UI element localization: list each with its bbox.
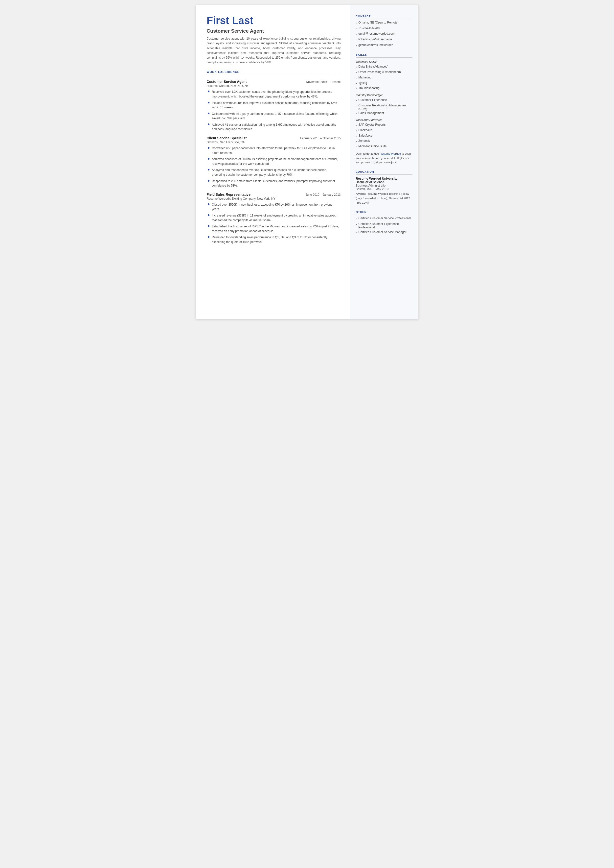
list-item: Omaha, NE (Open to Remote) bbox=[356, 21, 412, 25]
list-item: +1-234-456-789 bbox=[356, 26, 412, 31]
job-bullets-3: Closed over $500K in new business, excee… bbox=[207, 202, 341, 244]
job-header-2: Client Service Specialist February 2013 … bbox=[207, 136, 341, 140]
job-dates-2: February 2013 – October 2015 bbox=[300, 137, 341, 140]
bullet-icon bbox=[208, 147, 209, 149]
list-item: Blackbaud bbox=[356, 129, 412, 133]
list-item: Increased revenue ($73K) in 11 weeks of … bbox=[208, 213, 341, 222]
list-item: Zendesk bbox=[356, 139, 412, 144]
work-experience-section: WORK EXPERIENCE Customer Service Agent N… bbox=[207, 70, 341, 244]
list-item: Salesforce bbox=[356, 134, 412, 138]
list-item: Troubleshooting bbox=[356, 86, 412, 91]
list-item: Customer Experience bbox=[356, 98, 412, 103]
edu-location-date: Boston, MA — May 2010 bbox=[356, 187, 412, 191]
list-item: Microsoft Office Suite bbox=[356, 144, 412, 149]
list-item: Achieved #1 customer satisfaction rating… bbox=[208, 123, 341, 132]
list-item: Order Processing (Experienced) bbox=[356, 70, 412, 75]
job-dates-3: June 2010 – January 2013 bbox=[305, 193, 341, 196]
industry-knowledge-label: Industry Knowledge: bbox=[356, 93, 412, 97]
technical-skills-list: Data Entry (Advanced) Order Processing (… bbox=[356, 65, 412, 91]
job-header-1: Customer Service Agent November 2015 – P… bbox=[207, 80, 341, 84]
list-item: Certified Customer Service Professional. bbox=[356, 216, 412, 221]
candidate-job-title: Customer Service Agent bbox=[207, 28, 341, 34]
other-list: Certified Customer Service Professional.… bbox=[356, 216, 412, 235]
education-section: EDUCATION Resume Worded University Bache… bbox=[356, 170, 412, 205]
bullet-icon bbox=[208, 113, 209, 114]
list-item: Responded to 250 emails from clients, cu… bbox=[208, 179, 341, 188]
list-item: Analyzed and responded to over 800 custo… bbox=[208, 168, 341, 177]
job-title-3: Field Sales Representative bbox=[207, 193, 251, 196]
list-item: Closed over $500K in new business, excee… bbox=[208, 202, 341, 211]
list-item: Converted 650 paper documents into elect… bbox=[208, 146, 341, 155]
bullet-icon bbox=[208, 169, 209, 171]
bullet-icon bbox=[208, 214, 209, 216]
list-item: Achieved deadlines of 300 hours assistin… bbox=[208, 157, 341, 166]
edu-degree: Bachelor of Science bbox=[356, 180, 412, 184]
list-item: Certified Customer Experience Profession… bbox=[356, 222, 412, 229]
right-column: CONTACT Omaha, NE (Open to Remote) +1-23… bbox=[350, 5, 419, 319]
edu-institution: Resume Worded University bbox=[356, 177, 412, 180]
job-bullets-1: Resolved over 1.3K customer issues over … bbox=[207, 90, 341, 132]
list-item: Typing bbox=[356, 81, 412, 86]
list-item: Certified Customer Service Manager. bbox=[356, 230, 412, 235]
list-item: Initiated new measures that improved cus… bbox=[208, 101, 341, 110]
list-item: email@resumeworded.com bbox=[356, 32, 412, 37]
tools-list: SAP Crystal Reports Blackbaud Salesforce… bbox=[356, 123, 412, 149]
contact-section: CONTACT Omaha, NE (Open to Remote) +1-23… bbox=[356, 15, 412, 48]
bullet-icon bbox=[208, 90, 209, 92]
job-company-1: Resume Worded, New York, NY bbox=[207, 84, 341, 88]
contact-list: Omaha, NE (Open to Remote) +1-234-456-78… bbox=[356, 21, 412, 48]
tools-label: Tools and Software: bbox=[356, 118, 412, 122]
contact-header: CONTACT bbox=[356, 15, 412, 19]
edu-awards: Awards: Resume Worded Teaching Fellow (o… bbox=[356, 192, 412, 205]
bullet-icon bbox=[208, 180, 209, 182]
other-section: OTHER Certified Customer Service Profess… bbox=[356, 211, 412, 235]
bullet-icon bbox=[208, 123, 209, 125]
skills-header: SKILLS bbox=[356, 53, 412, 57]
resume-page: First Last Customer Service Agent Custom… bbox=[196, 5, 419, 319]
bullet-icon bbox=[208, 236, 209, 238]
summary-text: Customer service agent with 10 years of … bbox=[207, 36, 341, 65]
list-item: linkedin.com/in/username bbox=[356, 37, 412, 42]
job-bullets-2: Converted 650 paper documents into elect… bbox=[207, 146, 341, 188]
bullet-icon bbox=[208, 203, 209, 205]
work-experience-header: WORK EXPERIENCE bbox=[207, 70, 341, 75]
technical-skills-label: Technical Skills: bbox=[356, 60, 412, 64]
list-item: Data Entry (Advanced) bbox=[356, 65, 412, 70]
resume-worded-note: Don't forget to use Resume Worded to sca… bbox=[356, 152, 412, 165]
job-header-3: Field Sales Representative June 2010 – J… bbox=[207, 193, 341, 196]
left-column: First Last Customer Service Agent Custom… bbox=[196, 5, 350, 319]
job-dates-1: November 2015 – Present bbox=[306, 80, 341, 84]
list-item: Sales Management bbox=[356, 111, 412, 116]
job-title-1: Customer Service Agent bbox=[207, 80, 247, 84]
skills-section: SKILLS Technical Skills: Data Entry (Adv… bbox=[356, 53, 412, 165]
education-header: EDUCATION bbox=[356, 170, 412, 175]
resume-worded-link[interactable]: Resume Worded bbox=[380, 152, 401, 155]
list-item: Marketing bbox=[356, 76, 412, 81]
bullet-icon bbox=[208, 225, 209, 227]
other-header: OTHER bbox=[356, 211, 412, 215]
resume-note-prefix: Don't forget to use bbox=[356, 152, 380, 155]
list-item: Resolved over 1.3K customer issues over … bbox=[208, 90, 341, 99]
list-item: Collaborated with third-party carriers t… bbox=[208, 112, 341, 121]
industry-knowledge-list: Customer Experience Customer Relationshi… bbox=[356, 98, 412, 116]
edu-field: Business Administration bbox=[356, 184, 412, 187]
job-title-2: Client Service Specialist bbox=[207, 136, 247, 140]
list-item: Rewarded for outstanding sales performan… bbox=[208, 235, 341, 244]
list-item: Customer Relationship Management (CRM) bbox=[356, 104, 412, 110]
bullet-icon bbox=[208, 102, 209, 103]
list-item: github.com/resumeworded bbox=[356, 43, 412, 48]
list-item: Established the first market of RWEC in … bbox=[208, 224, 341, 233]
job-company-2: Growthsi, San Francisco, CA bbox=[207, 141, 341, 144]
candidate-name: First Last bbox=[207, 15, 341, 26]
bullet-icon bbox=[208, 158, 209, 160]
list-item: SAP Crystal Reports bbox=[356, 123, 412, 128]
job-company-3: Resume Worded's Exciting Company, New Yo… bbox=[207, 197, 341, 200]
